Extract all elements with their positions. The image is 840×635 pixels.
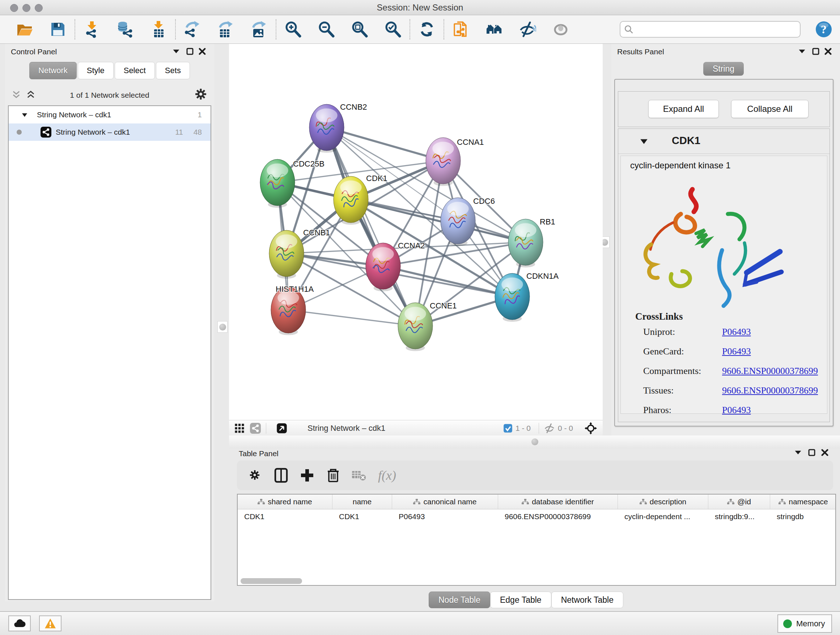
birdseye-view-icon[interactable]: [276, 423, 287, 434]
table-tabs: Node TableEdge TableNetwork Table: [429, 592, 623, 608]
column-header-canonical-name[interactable]: canonical name: [392, 494, 498, 509]
help-button[interactable]: ?: [815, 21, 832, 38]
panel-float-icon[interactable]: [186, 48, 194, 55]
add-column-icon[interactable]: [299, 467, 315, 483]
network-collection-row[interactable]: String Network – cdk1 1: [9, 106, 210, 124]
edge-CCNA2-CDKN1A[interactable]: [383, 266, 512, 296]
zoom-fit-content-button[interactable]: [349, 19, 370, 40]
node-CCNA1[interactable]: [426, 138, 461, 186]
export-table-button[interactable]: [216, 19, 236, 40]
section-collapse-icon[interactable]: [640, 138, 648, 144]
panel-close-icon[interactable]: [821, 448, 829, 456]
delete-table-icon[interactable]: [351, 467, 367, 483]
network-label: String Network – cdk1: [56, 128, 130, 136]
network-options-gear-icon[interactable]: [195, 89, 206, 100]
edge-CCNE1-HIST1H1A[interactable]: [288, 310, 415, 326]
column-header-database-identifier[interactable]: database identifier: [498, 494, 618, 509]
cloud-button[interactable]: [8, 616, 31, 631]
panel-menu-icon[interactable]: [798, 48, 806, 55]
share-view-icon[interactable]: [250, 423, 261, 434]
show-glass-panel-button[interactable]: [551, 19, 571, 40]
import-network-database-button[interactable]: [115, 19, 135, 40]
memory-button[interactable]: Memory: [777, 614, 832, 633]
warnings-button[interactable]: [39, 616, 62, 631]
tab-edge-table[interactable]: Edge Table: [490, 592, 551, 608]
crosslink-link[interactable]: 9606.ENSP00000378699: [722, 385, 818, 396]
left-splitter-handle[interactable]: [218, 321, 227, 333]
network-canvas[interactable]: CCNB2CCNA1CDC25BCDK1CDC6RB1CCNB1CCNA2CDK…: [229, 44, 603, 420]
refresh-layout-button[interactable]: [417, 19, 437, 40]
collapse-all-button[interactable]: Collapse All: [731, 100, 808, 118]
expand-all-button[interactable]: Expand All: [648, 100, 719, 118]
export-image-button[interactable]: [249, 19, 269, 40]
panel-float-icon[interactable]: [812, 48, 820, 55]
horizontal-splitter[interactable]: [229, 435, 840, 448]
node-CCNE1[interactable]: [398, 302, 433, 351]
function-builder-icon[interactable]: f(x): [378, 468, 396, 483]
crosslink-link[interactable]: P06493: [722, 405, 751, 416]
panel-close-icon[interactable]: [198, 48, 206, 55]
import-table-file-button[interactable]: [148, 19, 169, 40]
zoom-in-button[interactable]: [283, 19, 303, 40]
import-network-file-button[interactable]: [82, 19, 102, 40]
panel-menu-icon[interactable]: [172, 48, 180, 55]
delete-column-icon[interactable]: [325, 467, 341, 483]
tab-network[interactable]: Network: [29, 62, 77, 79]
import-string-network-button[interactable]: [451, 19, 471, 40]
tab-string[interactable]: String: [703, 62, 744, 76]
control-panel: Control Panel NetworkStyleSelectSets 1 o…: [5, 44, 214, 601]
toolbar-separator: [74, 19, 75, 40]
close-window-icon[interactable]: [10, 4, 18, 12]
tab-sets[interactable]: Sets: [156, 62, 190, 79]
column-header-name[interactable]: name: [332, 494, 392, 509]
table-options-gear-icon[interactable]: [247, 467, 263, 483]
toolbar-separator: [276, 19, 276, 40]
node-CDKN1A[interactable]: [495, 273, 530, 322]
node-label-CCNB2: CCNB2: [340, 103, 367, 111]
selected-checkbox-icon[interactable]: [503, 424, 513, 433]
search-input[interactable]: [633, 22, 800, 37]
zoom-out-icon: [317, 21, 335, 38]
crosslink-link[interactable]: P06493: [722, 326, 751, 337]
network-view-toolbar: String Network – cdk1 1 - 0 0 - 0: [229, 420, 603, 436]
tab-network-table[interactable]: Network Table: [551, 592, 623, 608]
save-session-button[interactable]: [48, 19, 68, 40]
column-header-description[interactable]: description: [618, 494, 708, 509]
node-CCNB1[interactable]: [269, 230, 304, 279]
show-columns-icon[interactable]: [273, 467, 289, 483]
panel-close-icon[interactable]: [824, 48, 832, 55]
node-CCNB2[interactable]: [309, 104, 344, 153]
crosslink-link[interactable]: 9606.ENSP00000378699: [722, 366, 818, 377]
gene-section-header[interactable]: CDK1: [618, 129, 829, 154]
column-header-shared-name[interactable]: shared name: [238, 494, 332, 509]
panel-menu-icon[interactable]: [794, 448, 802, 456]
collection-expander-icon[interactable]: [22, 112, 27, 117]
crosslink-link[interactable]: P06493: [722, 346, 751, 357]
open-session-button[interactable]: [14, 19, 35, 40]
zoom-out-button[interactable]: [316, 19, 336, 40]
edge-CCNB2-CCNE1[interactable]: [327, 127, 415, 326]
export-network-button[interactable]: [182, 19, 202, 40]
minimize-window-icon[interactable]: [22, 4, 30, 12]
column-header-namespace[interactable]: namespace: [770, 494, 836, 509]
node-CDC25B[interactable]: [260, 159, 295, 208]
column-header--id[interactable]: @id: [708, 494, 770, 509]
node-RB1[interactable]: [508, 219, 543, 268]
node-table[interactable]: shared namenamecanonical namedatabase id…: [237, 494, 836, 586]
import-string-network-icon: [452, 21, 470, 38]
string-home-button[interactable]: [484, 19, 504, 40]
hide-glass-panel-button[interactable]: [517, 19, 538, 40]
network-row[interactable]: String Network – cdk1 11 48: [9, 124, 210, 141]
zoom-window-icon[interactable]: [35, 4, 43, 12]
tab-select[interactable]: Select: [115, 62, 155, 79]
tab-node-table[interactable]: Node Table: [429, 592, 490, 608]
panel-float-icon[interactable]: [808, 448, 816, 456]
horizontal-scrollbar[interactable]: [240, 578, 302, 584]
table-row[interactable]: CDK1CDK1P064939606.ENSP00000378699cyclin…: [238, 509, 835, 524]
fit-crosshair-icon[interactable]: [584, 422, 597, 434]
tab-style[interactable]: Style: [78, 62, 114, 79]
node-HIST1H1A[interactable]: [271, 287, 306, 335]
protein-structure-image: [638, 179, 790, 310]
zoom-selected-button[interactable]: [383, 19, 403, 40]
grid-view-icon[interactable]: [234, 423, 245, 434]
